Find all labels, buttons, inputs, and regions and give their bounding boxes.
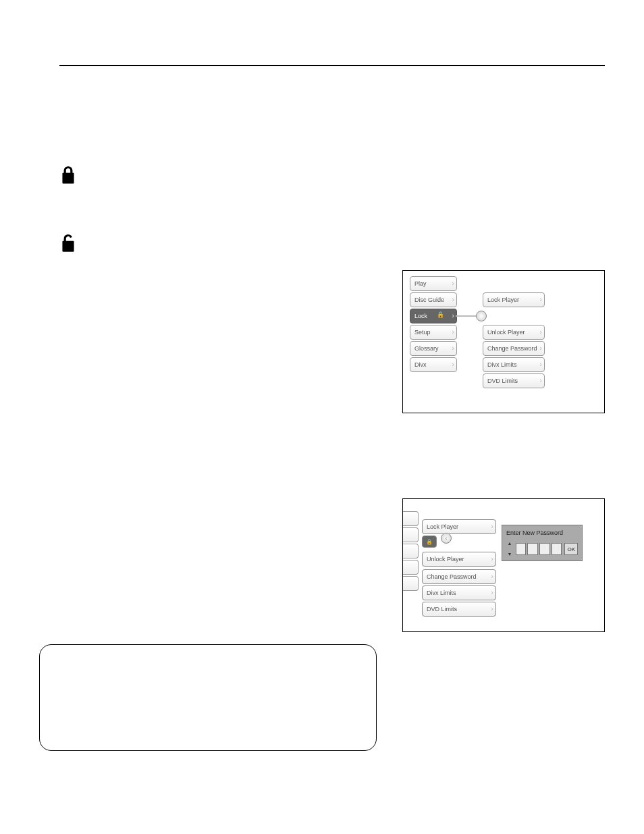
submenu-item-dvd-limits[interactable]: DVD Limits› — [483, 373, 545, 388]
submenu-item-label: Divx Limits — [427, 590, 456, 596]
menu-connector-node — [476, 311, 487, 321]
submenu-item-divx-limits[interactable]: Divx Limits› — [422, 585, 496, 600]
submenu-item-lock-player[interactable]: Lock Player› — [483, 292, 545, 307]
menu-stub — [403, 511, 419, 526]
submenu-item-label: Unlock Player — [427, 556, 464, 563]
password-digit-input[interactable] — [527, 543, 538, 555]
submenu-item-lock-player[interactable]: Lock Player› — [422, 519, 496, 534]
menu-stub — [403, 544, 419, 558]
page: Play› Disc Guide› Lock🔒› Setup› Glossary… — [0, 0, 644, 834]
lock-open-icon — [59, 233, 77, 256]
submenu-item-label: Change Password — [487, 345, 537, 352]
menu-item-label: Divx — [414, 361, 427, 368]
submenu-item-dvd-limits[interactable]: DVD Limits› — [422, 602, 496, 617]
password-digit-input[interactable] — [539, 543, 550, 555]
submenu-item-change-password[interactable]: Change Password› — [483, 341, 545, 356]
menu-item-label: Disc Guide — [414, 296, 444, 303]
menu-item-label: Play — [414, 280, 427, 287]
menu-item-label: Glossary — [414, 345, 439, 352]
menu-connector-node: ‹ — [441, 533, 452, 544]
lock-closed-icon: 🔒 — [437, 311, 444, 318]
submenu-item-unlock-player[interactable]: Unlock Player› — [483, 325, 545, 340]
submenu-item-label: DVD Limits — [427, 606, 457, 613]
menu-item-disc-guide[interactable]: Disc Guide› — [410, 292, 457, 307]
menu-connector-line — [456, 315, 476, 317]
lock-menu-screenshot: Play› Disc Guide› Lock🔒› Setup› Glossary… — [402, 270, 605, 413]
submenu-item-change-password[interactable]: Change Password› — [422, 569, 496, 584]
menu-item-label: Setup — [414, 329, 431, 336]
password-spinner[interactable]: ▲▼ — [506, 542, 513, 556]
lock-closed-icon: 🔒 — [422, 536, 437, 548]
menu-stub — [403, 560, 419, 575]
horizontal-rule — [59, 65, 605, 66]
ok-button[interactable]: OK — [564, 543, 578, 555]
submenu-item-label: DVD Limits — [487, 377, 518, 384]
menu-stub — [403, 527, 419, 542]
chevron-up-icon: ▲ — [506, 542, 513, 546]
password-digit-input[interactable] — [552, 543, 562, 555]
menu-item-label: Lock — [414, 313, 427, 319]
menu-item-play[interactable]: Play› — [410, 276, 457, 291]
menu-item-lock[interactable]: Lock🔒› — [410, 309, 457, 323]
note-box — [39, 644, 377, 751]
popup-title: Enter New Password — [506, 529, 578, 536]
submenu-item-label: Lock Player — [427, 523, 458, 530]
enter-password-screenshot: Lock Player› 🔒 ‹ Unlock Player› Change P… — [402, 498, 605, 632]
submenu-item-unlock-player[interactable]: Unlock Player› — [422, 552, 496, 567]
menu-item-glossary[interactable]: Glossary› — [410, 341, 457, 356]
password-digit-input[interactable] — [516, 543, 527, 555]
menu-stub — [403, 576, 419, 591]
submenu-item-label: Change Password — [427, 573, 477, 580]
menu-item-divx[interactable]: Divx› — [410, 357, 457, 372]
ok-button-label: OK — [567, 546, 575, 552]
lock-closed-icon — [59, 165, 77, 188]
menu-item-setup[interactable]: Setup› — [410, 325, 457, 340]
submenu-item-label: Divx Limits — [487, 361, 517, 368]
submenu-item-label: Unlock Player — [487, 329, 525, 336]
submenu-item-divx-limits[interactable]: Divx Limits› — [483, 357, 545, 372]
submenu-item-label: Lock Player — [487, 296, 519, 303]
enter-new-password-popup: Enter New Password ▲▼ OK — [502, 525, 583, 561]
chevron-down-icon: ▼ — [506, 552, 513, 556]
